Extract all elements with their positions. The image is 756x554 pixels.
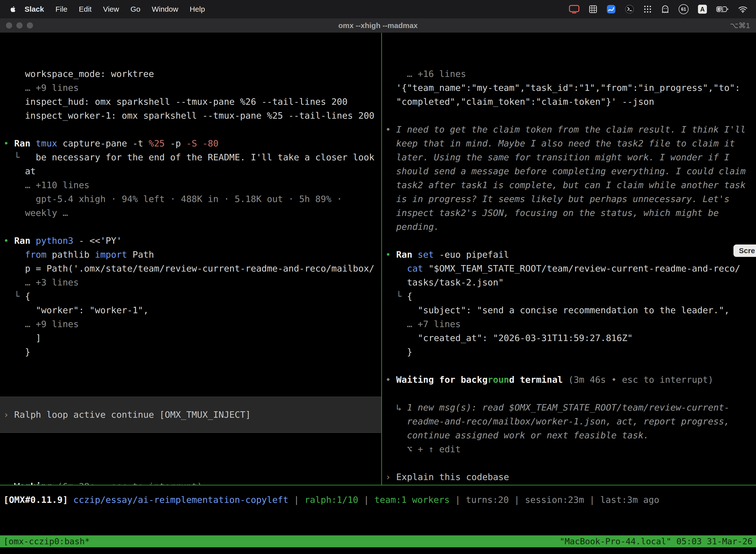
terminal-line: '{"team_name":"my-team","task_id":"1","f… [385, 81, 756, 95]
menu-window[interactable]: Window [146, 5, 184, 13]
close-button[interactable] [6, 22, 12, 29]
window-title: omx --xhigh --madmax [0, 21, 756, 30]
terminal-line: └ { [385, 289, 756, 303]
terminal-line: p = Path('.omx/state/team/review-current… [3, 262, 381, 276]
window-grid-icon[interactable] [589, 5, 597, 13]
menu-left: Slack File Edit View Go Window Help [5, 5, 210, 13]
ghost-icon[interactable] [661, 5, 669, 14]
terminal-line: task2 after task1 is complete, but can I… [385, 178, 756, 192]
menu-help[interactable]: Help [184, 5, 211, 13]
menu-status-area: 61 A [569, 4, 751, 14]
terminal-line: } [385, 345, 756, 359]
menu-app-name[interactable]: Slack [19, 5, 50, 13]
terminal-line: cat "$OMX_TEAM_STATE_ROOT/team/review-cu… [385, 262, 756, 276]
terminal-line [385, 109, 756, 123]
traffic-lights [0, 22, 33, 29]
terminal-line: … +110 lines [3, 178, 381, 192]
terminal-line: … +7 lines [385, 317, 756, 331]
screenshot-notification[interactable]: Scre [734, 244, 756, 257]
terminal-line: • Waiting for background terminal (3m 46… [385, 373, 756, 387]
terminal-line: … +3 lines [3, 276, 381, 289]
meter-61-icon[interactable]: 61 [679, 4, 689, 14]
zoom-button[interactable] [27, 22, 33, 29]
minimize-button[interactable] [16, 22, 22, 29]
terminal-line: • Ran python3 - <<'PY' [3, 234, 381, 248]
battery-charging-icon[interactable] [716, 6, 729, 13]
terminal-line: └ be necessary for the end of the README… [3, 151, 381, 164]
terminal-line [385, 387, 756, 401]
chevron-prefix: › [3, 409, 14, 420]
terminal-line: › Explain this codebase [385, 470, 756, 484]
terminal-line: later. Using the same for transition mig… [385, 151, 756, 164]
terminal-line: • I need to get the claim token from the… [385, 123, 756, 136]
terminal-line: pending. [385, 220, 756, 234]
terminal-line: ⌥ + ↑ edit [385, 442, 756, 456]
meter-value: 61 [681, 7, 686, 12]
terminal-line: "worker": "worker-1", [3, 303, 381, 317]
macos-menu-bar: Slack File Edit View Go Window Help 61 A [0, 0, 756, 18]
terminal-line: └ { [3, 289, 381, 303]
menu-file[interactable]: File [50, 5, 73, 13]
terminal-line: • Working (6m 38s • esc to interrupt) [3, 480, 381, 485]
working-status: • Working (6m 38s • esc to interrupt) [3, 480, 381, 485]
terminal-line: • Ran tmux capture-pane -t %25 -p -S -80 [3, 136, 381, 151]
dots-grid-icon[interactable] [643, 5, 652, 13]
terminal-line: keep that in mind. Maybe I also need the… [385, 136, 756, 151]
tmux-session-label: [omx-cczip0:bash* [3, 535, 90, 548]
terminal-line: ↳ 1 new msg(s): read $OMX_TEAM_STATE_ROO… [385, 401, 756, 414]
terminal-line: "created_at": "2026-03-31T11:59:27.816Z" [385, 331, 756, 345]
terminal-line: from pathlib import Path [3, 248, 381, 262]
ralph-loop-line: › Ralph loop active continue [OMX_TMUX_I… [3, 408, 251, 422]
menu-view[interactable]: View [97, 5, 125, 13]
right-pane[interactable]: … +16 lines '{"team_name":"my-team","tas… [382, 33, 756, 485]
input-source-icon[interactable]: A [698, 5, 707, 14]
terminal-line: … +9 lines [3, 317, 381, 331]
omx-status-line: [OMX#0.11.9] cczip/essay/ai-reimplementa… [3, 493, 659, 507]
terminal-line [3, 123, 381, 136]
terminal-line: readme-and-reco/mailbox/worker-1.json, a… [385, 414, 756, 428]
terminal-line [385, 456, 756, 470]
terminal-line: inspect_worker-1: omx sparkshell --tmux-… [3, 109, 381, 123]
apple-menu-icon[interactable] [9, 5, 17, 13]
terminal-line: } [3, 345, 381, 359]
blue-app-icon[interactable] [607, 5, 616, 14]
left-pane-log: workspace_mode: worktree … +9 lines insp… [3, 67, 381, 359]
window-shortcut-hint: ⌥⌘1 [730, 21, 750, 30]
terminal-circle-icon[interactable] [625, 5, 634, 14]
tmux-host-time: "MacBook-Pro-44.local" 05:03 31-Mar-26 [560, 535, 753, 548]
terminal-line: "completed","claim_token":"claim-token"}… [385, 95, 756, 109]
input-source-letter: A [700, 6, 705, 13]
terminal-line: [OMX#0.11.9] cczip/essay/ai-reimplementa… [3, 493, 659, 507]
terminal-line: at [3, 164, 381, 178]
terminal-line: weekly … [3, 206, 381, 220]
terminal-line: … +9 lines [3, 81, 381, 95]
terminal-line: … +16 lines [385, 67, 756, 81]
terminal-line: inspect_hud: omx sparkshell --tmux-pane … [3, 95, 381, 109]
terminal-line: ] [3, 331, 381, 345]
left-pane[interactable]: workspace_mode: worktree … +9 lines insp… [0, 33, 381, 485]
menu-edit[interactable]: Edit [73, 5, 98, 13]
terminal-line: inspect task2's JSON, focusing on the st… [385, 206, 756, 220]
wifi-icon[interactable] [738, 6, 748, 13]
ralph-loop-text: Ralph loop active continue [OMX_TMUX_INJ… [14, 409, 251, 420]
terminal-line: continue assigned work or next feasible … [385, 428, 756, 442]
terminal-window[interactable]: workspace_mode: worktree … +9 lines insp… [0, 33, 756, 554]
terminal-line [3, 220, 381, 234]
screen-recording-icon[interactable] [569, 5, 579, 13]
terminal-line: is in progress? It seems likely but perh… [385, 192, 756, 206]
terminal-line: tasks/task-2.json" [385, 276, 756, 289]
tmux-status-bar: [omx-cczip0:bash* "MacBook-Pro-44.local"… [0, 535, 756, 547]
terminal-line: workspace_mode: worktree [3, 67, 381, 81]
pane-horizontal-divider [0, 485, 756, 486]
window-titlebar[interactable]: omx --xhigh --madmax ⌥⌘1 [0, 18, 756, 33]
terminal-line: • Ran set -euo pipefail [385, 248, 756, 262]
terminal-line: should send a message before completing … [385, 164, 756, 178]
ralph-loop-band[interactable]: › Ralph loop active continue [OMX_TMUX_I… [0, 397, 381, 433]
menu-go[interactable]: Go [125, 5, 146, 13]
terminal-line: gpt-5.4 xhigh · 94% left · 488K in · 5.1… [3, 192, 381, 206]
terminal-line [385, 234, 756, 248]
terminal-line [385, 359, 756, 373]
right-pane-log: … +16 lines '{"team_name":"my-team","tas… [385, 67, 756, 485]
terminal-line: "subject": "send a concise recommendatio… [385, 303, 756, 317]
